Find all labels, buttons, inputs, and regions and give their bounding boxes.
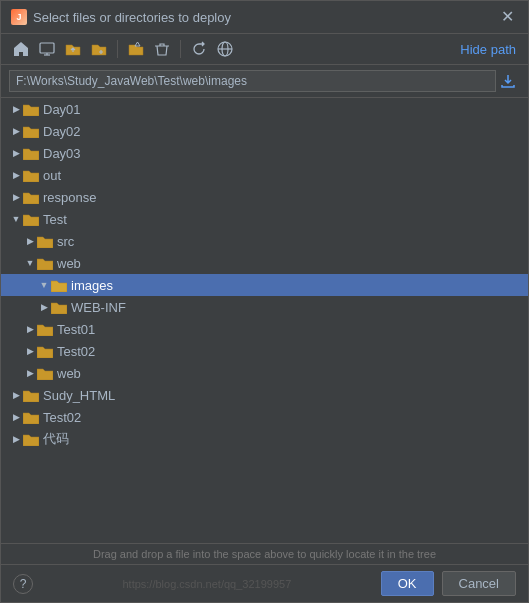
arrow-test[interactable] — [9, 212, 23, 226]
refresh-button[interactable] — [187, 38, 211, 60]
folder-icon-src — [37, 234, 53, 248]
arrow-test02a[interactable] — [23, 344, 37, 358]
folder-icon-images — [51, 278, 67, 292]
tree-item-webinf[interactable]: WEB-INF — [1, 296, 528, 318]
desktop-button[interactable] — [35, 38, 59, 60]
title-left: J Select files or directories to deploy — [11, 9, 231, 25]
arrow-test02b[interactable] — [9, 410, 23, 424]
tree-item-test02a[interactable]: Test02 — [1, 340, 528, 362]
app-icon: J — [11, 9, 27, 25]
item-label-out: out — [43, 168, 61, 183]
watermark: https://blog.csdn.net/qq_32199957 — [122, 578, 291, 590]
folder-up-button[interactable] — [61, 38, 85, 60]
arrow-daima[interactable] — [9, 432, 23, 446]
arrow-test01[interactable] — [23, 322, 37, 336]
folder-icon-sudy-html — [23, 388, 39, 402]
folder-icon-day02 — [23, 124, 39, 138]
remote-button[interactable] — [213, 38, 237, 60]
toolbar: Hide path — [1, 34, 528, 65]
folder-icon-webinf — [51, 300, 67, 314]
path-bar — [1, 65, 528, 98]
dialog-title: Select files or directories to deploy — [33, 10, 231, 25]
item-label-images: images — [71, 278, 113, 293]
tree-item-test01[interactable]: Test01 — [1, 318, 528, 340]
toolbar-group-3 — [187, 38, 237, 60]
toolbar-group-1 — [9, 38, 111, 60]
item-label-response: response — [43, 190, 96, 205]
tree-item-web[interactable]: web — [1, 252, 528, 274]
cancel-button[interactable]: Cancel — [442, 571, 516, 596]
arrow-out[interactable] — [9, 168, 23, 182]
cut-button[interactable] — [124, 38, 148, 60]
tree-item-out[interactable]: out — [1, 164, 528, 186]
item-label-daima: 代码 — [43, 430, 69, 448]
item-label-test: Test — [43, 212, 67, 227]
tree-item-day01[interactable]: Day01 — [1, 98, 528, 120]
bottom-bar: ? https://blog.csdn.net/qq_32199957 OK C… — [1, 564, 528, 602]
svg-rect-0 — [40, 43, 54, 53]
tree-item-web2[interactable]: web — [1, 362, 528, 384]
tree-item-day02[interactable]: Day02 — [1, 120, 528, 142]
delete-button[interactable] — [150, 38, 174, 60]
folder-icon-test02a — [37, 344, 53, 358]
item-label-day02: Day02 — [43, 124, 81, 139]
item-label-test02a: Test02 — [57, 344, 95, 359]
arrow-day01[interactable] — [9, 102, 23, 116]
folder-icon-web — [37, 256, 53, 270]
file-tree[interactable]: Day01 Day02 Day03 out — [1, 98, 528, 543]
arrow-day02[interactable] — [9, 124, 23, 138]
item-label-test02b: Test02 — [43, 410, 81, 425]
new-folder-button[interactable] — [87, 38, 111, 60]
tree-item-sudy-html[interactable]: Sudy_HTML — [1, 384, 528, 406]
hide-path-button[interactable]: Hide path — [456, 40, 520, 59]
folder-icon-day03 — [23, 146, 39, 160]
folder-icon-test01 — [37, 322, 53, 336]
folder-icon-web2 — [37, 366, 53, 380]
drag-hint: Drag and drop a file into the space abov… — [1, 543, 528, 564]
folder-icon-test02b — [23, 410, 39, 424]
item-label-day01: Day01 — [43, 102, 81, 117]
item-label-sudy-html: Sudy_HTML — [43, 388, 115, 403]
item-label-webinf: WEB-INF — [71, 300, 126, 315]
folder-icon-out — [23, 168, 39, 182]
folder-icon-daima — [23, 432, 39, 446]
close-button[interactable]: ✕ — [497, 7, 518, 27]
ok-button[interactable]: OK — [381, 571, 434, 596]
folder-icon-day01 — [23, 102, 39, 116]
arrow-src[interactable] — [23, 234, 37, 248]
tree-item-test02b[interactable]: Test02 — [1, 406, 528, 428]
title-bar: J Select files or directories to deploy … — [1, 1, 528, 34]
item-label-src: src — [57, 234, 74, 249]
arrow-web2[interactable] — [23, 366, 37, 380]
tree-item-response[interactable]: response — [1, 186, 528, 208]
tree-item-images[interactable]: images — [1, 274, 528, 296]
folder-icon-test — [23, 212, 39, 226]
arrow-images[interactable] — [37, 278, 51, 292]
tree-item-day03[interactable]: Day03 — [1, 142, 528, 164]
help-button[interactable]: ? — [13, 574, 33, 594]
arrow-sudy-html[interactable] — [9, 388, 23, 402]
select-files-dialog: J Select files or directories to deploy … — [0, 0, 529, 603]
path-input[interactable] — [9, 70, 496, 92]
item-label-day03: Day03 — [43, 146, 81, 161]
toolbar-separator-2 — [180, 40, 181, 58]
arrow-webinf[interactable] — [37, 300, 51, 314]
item-label-test01: Test01 — [57, 322, 95, 337]
folder-icon-response — [23, 190, 39, 204]
arrow-response[interactable] — [9, 190, 23, 204]
item-label-web: web — [57, 256, 81, 271]
arrow-day03[interactable] — [9, 146, 23, 160]
home-button[interactable] — [9, 38, 33, 60]
tree-item-daima[interactable]: 代码 — [1, 428, 528, 450]
toolbar-group-2 — [124, 38, 174, 60]
tree-item-test[interactable]: Test — [1, 208, 528, 230]
tree-item-src[interactable]: src — [1, 230, 528, 252]
item-label-web2: web — [57, 366, 81, 381]
action-buttons: OK Cancel — [381, 571, 516, 596]
arrow-web[interactable] — [23, 256, 37, 270]
toolbar-separator-1 — [117, 40, 118, 58]
download-button[interactable] — [496, 69, 520, 93]
